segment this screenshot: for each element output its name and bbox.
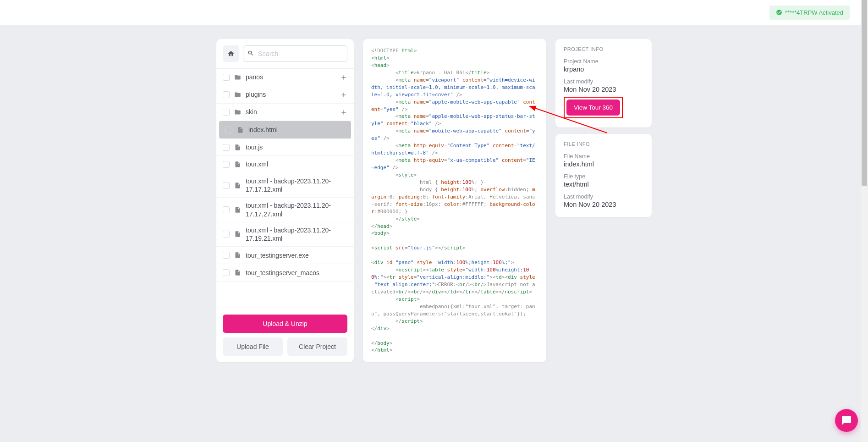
checkbox[interactable] [223,206,230,213]
file-icon [234,161,241,168]
info-sidebar: PROJECT INFO Project Name krpano Last mo… [555,39,652,362]
activation-text: *****4TRPW Activated [785,9,843,16]
topbar: *****4TRPW Activated [0,0,868,25]
clear-project-button[interactable]: Clear Project [287,337,347,356]
file-info-card: FILE INFO File Name index.html File type… [555,134,652,217]
file-row[interactable]: tour.xml [216,156,354,173]
file-label: tour_testingserver_macos [246,269,347,277]
search-icon [247,50,254,56]
checkbox[interactable] [223,144,230,151]
checkbox[interactable] [223,109,230,116]
file-icon [234,252,241,259]
annotation-highlight-box: View Tour 360 [564,97,623,118]
file-label: tour.xml [246,160,347,168]
file-label: index.html [248,126,345,134]
checkbox[interactable] [223,269,230,276]
folder-icon [234,74,241,81]
checkbox[interactable] [223,74,230,81]
file-row[interactable]: tour.js [216,138,354,156]
file-info-title: FILE INFO [564,141,643,147]
folder-label: skin [246,108,335,116]
checkbox[interactable] [223,231,230,238]
project-modify-value: Mon Nov 20 2023 [564,86,643,93]
file-row[interactable]: tour_testingserver_macos [216,264,354,282]
actions-area: Upload & Unzip Upload File Clear Project [216,308,354,362]
project-info-card: PROJECT INFO Project Name krpano Last mo… [555,39,652,127]
checkbox[interactable] [223,91,230,98]
file-name-value: index.html [564,160,643,168]
home-button[interactable] [223,45,239,62]
checkbox[interactable] [223,182,230,189]
checkbox[interactable] [223,252,230,259]
project-name-label: Project Name [564,58,643,65]
file-icon [234,231,241,238]
code-content: <!DOCTYPE html> <html> <head> <title>krp… [371,47,538,354]
checkbox[interactable] [225,127,232,133]
folder-label: plugins [246,90,335,99]
activation-badge: *****4TRPW Activated [769,6,850,20]
file-row[interactable]: tour.xml - backup-2023.11.20-17.17.12.xm… [216,173,354,198]
search-input[interactable] [243,45,347,62]
file-modify-value: Mon Nov 20 2023 [564,201,643,208]
file-label: tour.xml - backup-2023.11.20-17.17.12.xm… [246,177,347,193]
file-row-selected[interactable]: index.html [219,121,351,138]
file-icon [234,182,241,189]
file-label: tour.xml - backup-2023.11.20-17.19.21.xm… [246,226,347,243]
plus-icon[interactable] [340,91,347,99]
file-tree: panos plugins skin index.html [216,68,354,282]
project-modify-label: Last modify [564,78,643,85]
upload-unzip-button[interactable]: Upload & Unzip [223,315,347,333]
folder-row[interactable]: plugins [216,86,354,104]
project-name-value: krpano [564,66,643,73]
file-icon [237,127,244,133]
plus-icon[interactable] [340,74,347,81]
file-icon [234,144,241,151]
page-content: panos plugins skin index.html [0,25,868,381]
file-tree-panel: panos plugins skin index.html [216,39,354,362]
folder-label: panos [246,73,335,81]
project-info-title: PROJECT INFO [564,46,643,52]
folder-icon [234,109,241,116]
scrollbar-track[interactable] [861,0,868,381]
file-icon [234,206,241,213]
file-type-value: text/html [564,181,643,188]
folder-icon [234,91,241,98]
file-label: tour_testingserver.exe [246,251,347,260]
file-row[interactable]: tour_testingserver.exe [216,247,354,264]
file-row[interactable]: tour.xml - backup-2023.11.20-17.17.27.xm… [216,198,354,222]
file-type-label: File type [564,173,643,180]
home-icon [227,50,235,57]
check-circle-icon [776,9,782,16]
file-label: tour.js [246,143,347,151]
plus-icon[interactable] [340,109,347,116]
file-row[interactable]: tour.xml - backup-2023.11.20-17.19.21.xm… [216,222,354,247]
search-wrap [243,45,347,62]
file-label: tour.xml - backup-2023.11.20-17.17.27.xm… [246,201,347,218]
folder-row[interactable]: skin [216,104,354,121]
search-row [216,39,354,68]
upload-file-button[interactable]: Upload File [223,337,283,356]
scrollbar-thumb[interactable] [862,0,867,186]
code-viewer: <!DOCTYPE html> <html> <head> <title>krp… [363,39,546,362]
folder-row[interactable]: panos [216,69,354,86]
file-modify-label: Last modify [564,193,643,200]
view-tour-button[interactable]: View Tour 360 [566,99,620,116]
file-name-label: File Name [564,153,643,160]
file-icon [234,269,241,276]
checkbox[interactable] [223,161,230,168]
